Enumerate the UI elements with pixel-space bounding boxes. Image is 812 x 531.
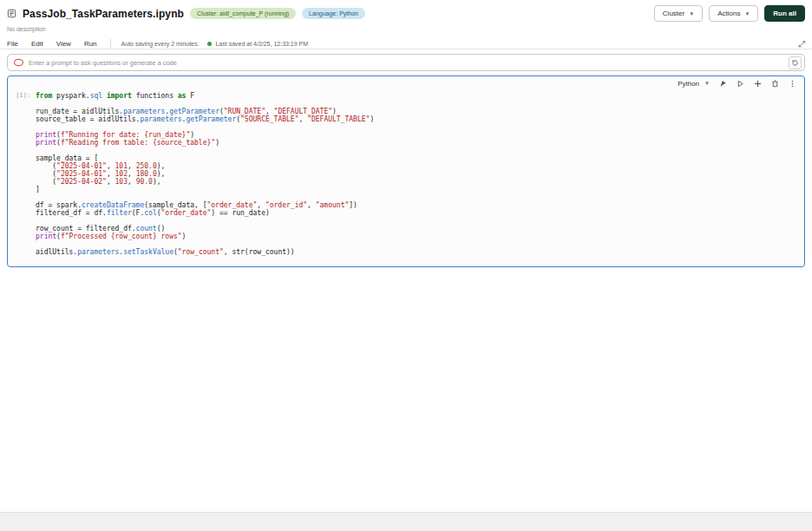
- code-line: from pyspark.sql import functions as F: [36, 92, 804, 100]
- code-line: print(f"Processed {row_count} rows"): [36, 233, 804, 240]
- code-line: print(f"Reading from table: {source_tabl…: [36, 139, 804, 147]
- bottom-bar: [0, 512, 812, 531]
- code-line: aidlUtils.parameters.setTaskValue("row_c…: [36, 248, 804, 256]
- assistant-prompt-bar: [7, 54, 805, 71]
- last-saved-status: Last saved at 4/2/25, 12:33:19 PM: [207, 41, 308, 47]
- menu-divider: [110, 39, 111, 49]
- autosave-status-dot: [207, 42, 212, 46]
- play-icon[interactable]: [736, 79, 744, 88]
- menu-file[interactable]: File: [7, 40, 18, 48]
- code-line: ("2025-04-02", 103, 90.0),: [36, 178, 804, 186]
- run-all-button[interactable]: Run all: [764, 5, 805, 22]
- code-line: row_count = filtered_df.count(): [36, 225, 804, 233]
- code-line: [36, 240, 804, 248]
- cluster-button[interactable]: Cluster ▼: [654, 5, 703, 22]
- top-actions: Cluster ▼ Actions ▼ Run all: [654, 5, 805, 22]
- plus-icon[interactable]: [753, 79, 762, 88]
- code-line: ("2025-04-01", 102, 180.0),: [36, 170, 804, 178]
- code-line: run_date = aidlUtils.parameters.getParam…: [36, 108, 804, 115]
- actions-button[interactable]: Actions ▼: [709, 5, 758, 22]
- last-saved-label: Last saved at 4/2/25, 12:33:19 PM: [215, 41, 308, 47]
- autosave-status: Auto saving every 2 minutes.: [121, 41, 200, 47]
- menu-edit[interactable]: Edit: [31, 40, 43, 48]
- actions-button-label: Actions: [717, 10, 740, 17]
- code-cell[interactable]: Python ▼ [1]: from pyspark.sql import: [7, 75, 805, 267]
- title-row: PassJob_TaskParameters.ipynb Cluster: ai…: [0, 0, 812, 22]
- code-area: [1]: from pyspark.sql import functions a…: [8, 90, 804, 266]
- code-line: ("2025-04-01", 101, 250.0),: [36, 162, 804, 170]
- menu-view[interactable]: View: [56, 40, 71, 48]
- code-line: ]: [36, 186, 804, 193]
- cluster-button-label: Cluster: [663, 10, 684, 17]
- header: PassJob_TaskParameters.ipynb Cluster: ai…: [0, 0, 812, 49]
- run-all-button-label: Run all: [773, 10, 796, 17]
- cell-execution-label: [1]:: [8, 90, 36, 266]
- kebab-icon[interactable]: [788, 79, 796, 88]
- menu-bar: File Edit View Run Auto saving every 2 m…: [0, 32, 812, 49]
- code-line: [36, 147, 804, 154]
- assistant-icon: [14, 59, 23, 66]
- menu-run[interactable]: Run: [84, 40, 97, 48]
- run-icon[interactable]: [718, 79, 727, 88]
- chevron-down-icon: ▼: [744, 11, 750, 16]
- code-editor[interactable]: from pyspark.sql import functions as F r…: [36, 90, 804, 266]
- notebook-description[interactable]: No description: [0, 22, 812, 32]
- history-icon[interactable]: [789, 56, 802, 69]
- cell-toolbar: Python ▼: [678, 79, 796, 88]
- code-line: filtered_df = df.filter(F.col("order_dat…: [36, 209, 804, 217]
- notebook-page: PassJob_TaskParameters.ipynb Cluster: ai…: [0, 0, 812, 531]
- assistant-prompt-input[interactable]: [29, 59, 789, 67]
- expand-icon[interactable]: ⤢: [798, 40, 805, 49]
- notebook-icon: [7, 9, 16, 18]
- code-line: sample_data = [: [36, 154, 804, 162]
- code-line: print(f"Running for date: {run_date}"): [36, 131, 804, 139]
- cell-language-selector[interactable]: Python: [678, 80, 699, 88]
- code-line: [36, 193, 804, 201]
- language-badge[interactable]: Language: Python: [302, 8, 365, 19]
- chevron-down-icon[interactable]: ▼: [704, 81, 710, 86]
- code-line: df = spark.createDataFrame(sample_data, …: [36, 201, 804, 209]
- code-line: [36, 217, 804, 225]
- code-line: [36, 123, 804, 131]
- cluster-badge[interactable]: Cluster: aidl_compute_P (running): [190, 8, 296, 19]
- page-title: PassJob_TaskParameters.ipynb: [23, 8, 184, 20]
- code-line: [36, 100, 804, 108]
- trash-icon[interactable]: [770, 79, 779, 88]
- code-line: source_table = aidlUtils.parameters.getP…: [36, 115, 804, 123]
- chevron-down-icon: ▼: [689, 11, 694, 16]
